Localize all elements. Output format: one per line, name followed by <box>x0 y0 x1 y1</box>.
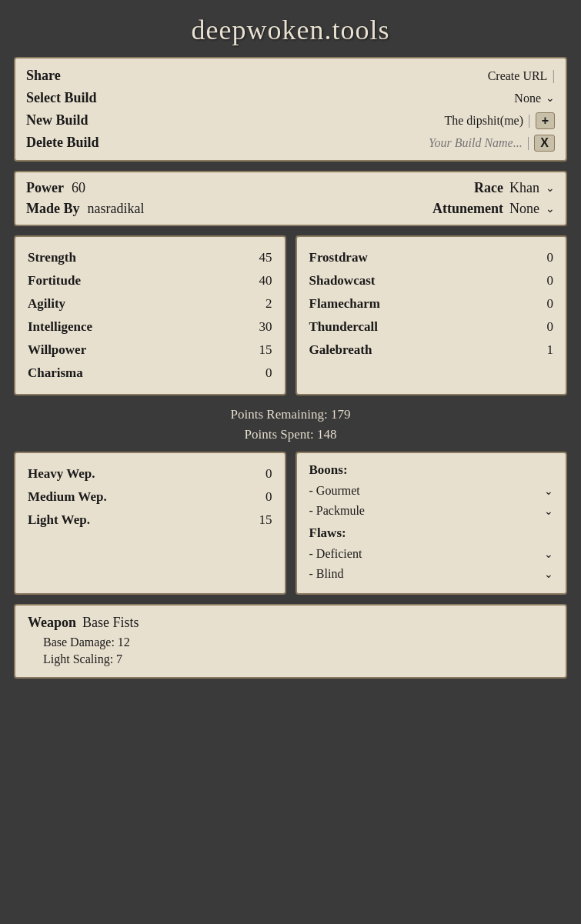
stat-row: Frostdraw 0 <box>309 246 554 269</box>
delete-build-button[interactable]: X <box>534 135 555 152</box>
attunement-value: None <box>509 201 539 217</box>
attunement-chevron: ⌄ <box>546 202 555 215</box>
create-url-link[interactable]: Create URL <box>488 69 548 83</box>
stat-row: Charisma 0 <box>28 362 272 385</box>
share-value-row: Create URL | <box>399 68 555 84</box>
points-remaining: Points Remaining: 179 <box>0 405 581 425</box>
stat-name: Charisma <box>28 365 83 381</box>
weapon-stat-name: Medium Wep. <box>28 489 107 505</box>
select-build-value: None <box>514 92 541 105</box>
stat-name: Fortitude <box>28 273 81 289</box>
boons-label: Boons: <box>309 462 554 478</box>
build-name-input[interactable] <box>399 136 523 150</box>
stat-row: Strength 45 <box>28 246 272 269</box>
stat-name: Intelligence <box>28 319 92 335</box>
stat-value: 40 <box>259 273 272 289</box>
stat-value: 30 <box>259 319 272 335</box>
stat-row: Shadowcast 0 <box>309 269 554 292</box>
weapon-stat-row: Light Wep. 15 <box>28 509 272 532</box>
flaw-item[interactable]: - Blind ⌄ <box>309 564 554 584</box>
weapon-stat-row: Heavy Wep. 0 <box>28 462 272 485</box>
delete-build-label: Delete Build <box>26 133 399 152</box>
race-row[interactable]: Race Khan ⌄ <box>291 180 556 196</box>
power-row: Power 60 <box>26 180 291 196</box>
stat-name: Flamecharm <box>309 296 381 312</box>
divider-3: | <box>527 135 530 151</box>
build-management-card: Share Create URL | Select Build None ⌄ N… <box>14 57 567 162</box>
weapon-stat-row: Medium Wep. 0 <box>28 485 272 509</box>
boon-item[interactable]: - Gourmet ⌄ <box>309 481 554 501</box>
delete-build-row: | X <box>399 135 555 152</box>
stat-row: Fortitude 40 <box>28 269 272 292</box>
weapon-base-damage: Base Damage: 12 <box>28 634 553 651</box>
made-by-row: Made By nasradikal <box>26 201 291 217</box>
left-stats-box: Strength 45Fortitude 40Agility 2Intellig… <box>14 235 286 395</box>
right-stats-box: Frostdraw 0Shadowcast 0Flamecharm 0Thund… <box>296 235 568 395</box>
weapon-name: Base Fists <box>82 615 139 631</box>
made-by-value: nasradikal <box>88 201 145 217</box>
weapon-stats-box: Heavy Wep. 0Medium Wep. 0Light Wep. 15 <box>14 452 286 595</box>
race-value: Khan <box>509 180 539 196</box>
weapon-title-row: Weapon Base Fists <box>28 615 553 631</box>
points-spent: Points Spent: 148 <box>0 425 581 445</box>
stat-value: 15 <box>259 342 272 358</box>
stat-name: Strength <box>28 250 76 265</box>
stat-row: Agility 2 <box>28 292 272 315</box>
stat-name: Frostdraw <box>309 250 368 265</box>
race-label: Race <box>474 180 503 196</box>
power-value: 60 <box>72 180 85 196</box>
stat-value: 1 <box>547 342 554 358</box>
share-label: Share <box>26 66 399 85</box>
flaw-name: - Deficient <box>309 547 362 561</box>
stat-name: Galebreath <box>309 342 372 358</box>
select-build-chevron: ⌄ <box>546 92 555 105</box>
stat-row: Thundercall 0 <box>309 315 554 339</box>
stat-value: 0 <box>547 250 554 265</box>
stat-value: 0 <box>547 296 554 312</box>
weapon-label: Weapon <box>28 615 76 631</box>
attunement-label: Attunement <box>432 201 503 217</box>
stat-value: 0 <box>547 273 554 289</box>
stat-row: Galebreath 1 <box>309 339 554 362</box>
divider-2: | <box>528 112 531 128</box>
stat-value: 0 <box>265 365 272 381</box>
boons-flaws-box: Boons:- Gourmet ⌄- Packmule ⌄Flaws:- Def… <box>296 452 568 595</box>
stat-row: Willpower 15 <box>28 339 272 362</box>
boon-item[interactable]: - Packmule ⌄ <box>309 501 554 521</box>
boon-chevron: ⌄ <box>544 485 553 498</box>
stat-value: 45 <box>259 250 272 265</box>
flaw-chevron: ⌄ <box>544 548 553 561</box>
attunement-row[interactable]: Attunement None ⌄ <box>291 201 556 217</box>
stat-row: Flamecharm 0 <box>309 292 554 315</box>
stat-value: 0 <box>547 319 554 335</box>
flaws-label: Flaws: <box>309 525 554 541</box>
add-build-button[interactable]: + <box>536 112 555 129</box>
power-label: Power <box>26 180 64 196</box>
weapon-stat-value: 0 <box>265 466 272 482</box>
stat-name: Shadowcast <box>309 273 376 289</box>
stat-name: Willpower <box>28 342 86 358</box>
weapon-stat-value: 15 <box>259 512 272 528</box>
weapon-stat-value: 0 <box>265 489 272 505</box>
weapon-card: Weapon Base Fists Base Damage: 12 Light … <box>14 604 567 679</box>
select-build-label: Select Build <box>26 88 399 108</box>
stats-grid: Strength 45Fortitude 40Agility 2Intellig… <box>14 235 567 395</box>
new-build-row: The dipshit(me) | + <box>399 112 555 129</box>
power-race-card: Power 60 Race Khan ⌄ Made By nasradikal … <box>14 171 567 226</box>
boon-name: - Packmule <box>309 504 365 518</box>
points-section: Points Remaining: 179 Points Spent: 148 <box>0 405 581 444</box>
flaw-chevron: ⌄ <box>544 568 553 581</box>
new-build-author: The dipshit(me) <box>444 114 523 128</box>
flaw-name: - Blind <box>309 567 344 581</box>
stat-name: Thundercall <box>309 319 378 335</box>
weapon-stat-name: Light Wep. <box>28 512 90 528</box>
weapon-stat-name: Heavy Wep. <box>28 466 95 482</box>
new-build-label: New Build <box>26 111 399 130</box>
made-by-label: Made By <box>26 201 80 217</box>
boon-chevron: ⌄ <box>544 505 553 518</box>
page-title: deepwoken.tools <box>0 0 581 57</box>
select-build-row[interactable]: None ⌄ <box>399 92 555 105</box>
stat-row: Intelligence 30 <box>28 315 272 339</box>
flaw-item[interactable]: - Deficient ⌄ <box>309 544 554 564</box>
boon-name: - Gourmet <box>309 484 360 498</box>
